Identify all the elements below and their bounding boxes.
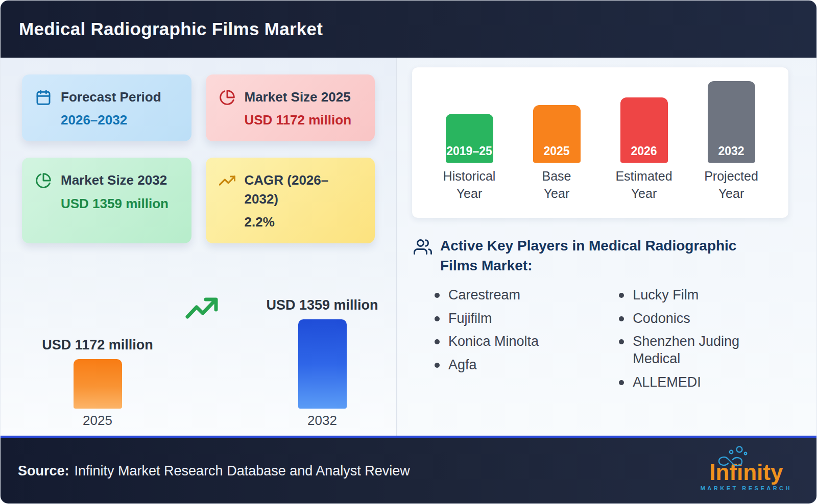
timeline-bar-year: 2032	[718, 144, 744, 158]
trend-up-icon	[219, 172, 235, 189]
growth-bar-chart: USD 1172 million 2025 USD 1359 million 2…	[22, 273, 375, 429]
timeline-bar-historical: 2019–25	[446, 114, 493, 163]
card-title: Forecast Period	[61, 88, 161, 106]
card-market-size-2025: Market Size 2025 USD 1172 million	[206, 74, 375, 141]
card-title: CAGR (2026–2032)	[245, 171, 362, 208]
bar-2025	[74, 359, 122, 409]
key-players-heading: Active Key Players in Medical Radiograph…	[414, 236, 789, 275]
main-content: Forecast Period 2026–2032 Market Size 20…	[1, 58, 816, 436]
timeline-bar-base: 2025	[533, 105, 581, 163]
timeline-bar-year: 2026	[631, 144, 657, 158]
card-value: 2026–2032	[61, 111, 161, 129]
timeline-label-line1: Base	[542, 169, 571, 183]
player-item: Codonics	[614, 310, 789, 327]
card-forecast-period: Forecast Period 2026–2032	[22, 74, 191, 141]
card-title: Market Size 2025	[245, 88, 352, 106]
source-note: Source:Infinity Market Research Database…	[18, 463, 410, 479]
left-panel: Forecast Period 2026–2032 Market Size 20…	[1, 58, 397, 436]
timeline-label-line2: Year	[631, 186, 657, 200]
study-timeline-card: 2019–25 Historical Year 2025 Base	[412, 67, 789, 218]
calendar-icon	[35, 89, 52, 106]
timeline-label-line1: Historical	[443, 169, 496, 183]
timeline-projected: 2032 Projected Year	[695, 81, 767, 203]
timeline-bar-year: 2019–25	[446, 144, 492, 158]
bar-category-label: 2025	[83, 413, 112, 429]
timeline-label-line2: Year	[456, 186, 483, 200]
player-item: Shenzhen Juding Medical	[614, 333, 789, 368]
player-item: Agfa	[430, 357, 614, 374]
source-label: Source:	[18, 463, 69, 478]
timeline-bar-year: 2025	[543, 144, 569, 158]
footer: Source:Infinity Market Research Database…	[1, 436, 816, 503]
key-players-lists: Carestream Fujifilm Konica Minolta Agfa …	[414, 287, 789, 397]
player-item: Carestream	[430, 287, 614, 304]
timeline-label-line1: Projected	[704, 169, 758, 183]
card-value: USD 1172 million	[245, 111, 352, 129]
player-item: Konica Minolta	[430, 333, 614, 350]
timeline-base: 2025 Base Year	[521, 105, 592, 203]
pie-chart-icon	[219, 89, 235, 106]
key-players-title: Active Key Players in Medical Radiograph…	[440, 236, 767, 275]
bar-data-label: USD 1172 million	[42, 337, 153, 353]
timeline-estimated: 2026 Estimated Year	[608, 97, 680, 203]
card-cagr: CAGR (2026–2032) 2.2%	[206, 158, 375, 243]
players-column-2: Lucky Film Codonics Shenzhen Juding Medi…	[614, 287, 789, 397]
players-column-1: Carestream Fujifilm Konica Minolta Agfa	[430, 287, 614, 397]
infographic-frame: Medical Radiographic Films Market Foreca…	[0, 0, 817, 504]
timeline-label-line1: Estimated	[615, 169, 672, 183]
source-text: Infinity Market Research Database and An…	[75, 463, 410, 478]
bar-category-label: 2032	[307, 413, 337, 429]
pie-chart-icon	[35, 172, 52, 189]
bar-2032	[298, 319, 347, 409]
timeline-label-line2: Year	[544, 186, 570, 200]
player-item: ALLEMEDI	[614, 374, 789, 391]
page-title: Medical Radiographic Films Market	[19, 19, 323, 39]
logo-tagline: MARKET RESEARCH	[701, 485, 792, 491]
growth-arrow-icon	[184, 294, 221, 321]
timeline-bar-estimated: 2026	[620, 97, 668, 163]
player-item: Fujifilm	[430, 310, 614, 327]
bar-data-label: USD 1359 million	[266, 297, 378, 313]
timeline-label-line2: Year	[718, 186, 744, 200]
stat-cards: Forecast Period 2026–2032 Market Size 20…	[22, 74, 375, 243]
card-title: Market Size 2032	[61, 171, 169, 189]
header: Medical Radiographic Films Market	[1, 1, 816, 58]
card-market-size-2032: Market Size 2032 USD 1359 million	[22, 158, 191, 243]
card-value: USD 1359 million	[61, 195, 169, 213]
timeline-row: 2019–25 Historical Year 2025 Base	[429, 81, 771, 203]
key-players-section: Active Key Players in Medical Radiograph…	[412, 236, 789, 397]
timeline-historical: 2019–25 Historical Year	[434, 114, 505, 203]
card-value: 2.2%	[245, 213, 362, 231]
right-panel: 2019–25 Historical Year 2025 Base	[397, 58, 816, 436]
bar-group-2032: USD 1359 million 2032	[251, 297, 394, 429]
bar-group-2025: USD 1172 million 2025	[26, 337, 169, 429]
player-item: Lucky Film	[614, 287, 789, 304]
timeline-bar-projected: 2032	[708, 81, 755, 163]
infinity-logo: Infinity MARKET RESEARCH	[701, 451, 792, 491]
infinity-swirl-icon	[714, 445, 757, 468]
users-icon	[414, 238, 432, 256]
